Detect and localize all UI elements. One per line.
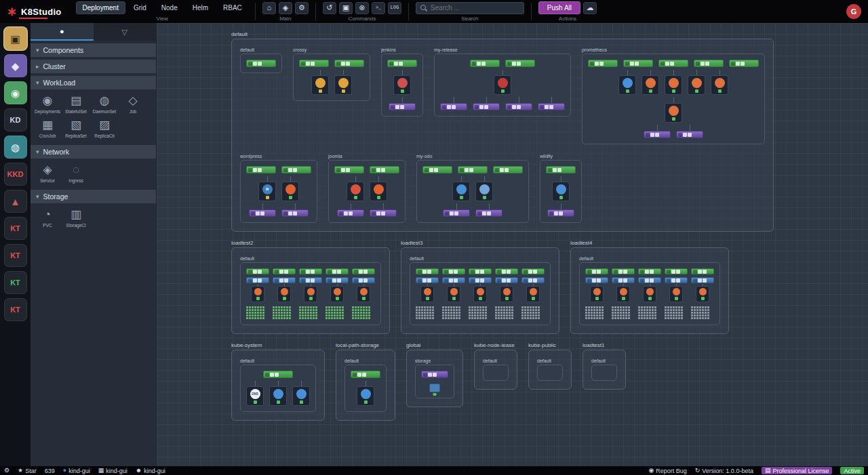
deployment-node[interactable] xyxy=(422,166,452,173)
replicaset-node[interactable] xyxy=(495,277,518,283)
cluster-kt-4[interactable]: KT xyxy=(4,298,27,321)
pod-node[interactable] xyxy=(452,182,470,201)
cluster-kt-1[interactable]: KT xyxy=(4,217,27,240)
namespace-box[interactable]: default xyxy=(336,350,395,421)
tab-helm[interactable]: Helm xyxy=(186,2,214,14)
app-box[interactable] xyxy=(381,54,423,117)
undo-icon[interactable]: ↺ xyxy=(323,2,336,14)
service-node[interactable] xyxy=(281,209,309,217)
cluster-purple[interactable]: ◆ xyxy=(4,54,27,77)
pod-node[interactable] xyxy=(688,75,705,95)
deployment-node[interactable] xyxy=(638,268,661,274)
pod-node[interactable] xyxy=(711,75,728,95)
pod-node[interactable] xyxy=(311,75,329,95)
pod-node[interactable] xyxy=(420,286,434,302)
app-box[interactable] xyxy=(410,262,551,325)
component-pvc[interactable]: ◔PVC xyxy=(33,207,62,228)
app-box[interactable] xyxy=(434,54,571,117)
service-node[interactable] xyxy=(505,103,532,110)
pod-node[interactable] xyxy=(281,182,299,201)
deployment-node[interactable] xyxy=(416,268,439,274)
storageclass-tile[interactable] xyxy=(429,384,440,392)
namespace-box[interactable]: defaultDNS xyxy=(231,350,325,421)
app-box[interactable] xyxy=(537,365,563,381)
replicaset-node[interactable] xyxy=(246,277,269,283)
deployment-node[interactable] xyxy=(691,268,714,274)
home-icon[interactable]: ⌂ xyxy=(262,2,276,14)
section-header-cluster[interactable]: ▸Cluster xyxy=(31,60,156,73)
service-node[interactable] xyxy=(440,103,467,110)
deployment-node[interactable] xyxy=(521,268,545,274)
deployment-node[interactable] xyxy=(612,268,635,274)
pod-node[interactable] xyxy=(334,75,352,95)
deployment-node[interactable] xyxy=(588,60,618,67)
pod-node[interactable]: W xyxy=(258,182,276,201)
replicaset-node[interactable] xyxy=(612,277,635,283)
tab-grid[interactable]: Grid xyxy=(127,2,153,14)
replicaset-node[interactable] xyxy=(521,277,545,283)
namespace-box[interactable]: default xyxy=(583,350,626,390)
pod-node[interactable] xyxy=(500,286,513,302)
deployment-node[interactable] xyxy=(351,371,380,378)
search-input[interactable] xyxy=(431,4,519,12)
stop-icon[interactable]: ⊗ xyxy=(355,2,369,14)
cluster-kd[interactable]: KD xyxy=(4,108,27,131)
app-box[interactable] xyxy=(591,365,617,381)
service-node[interactable] xyxy=(547,209,574,217)
app-box[interactable] xyxy=(415,365,454,398)
app-box[interactable]: W xyxy=(240,160,317,223)
cluster-rocket[interactable]: ▲ xyxy=(4,190,27,213)
pod-node[interactable] xyxy=(330,286,344,302)
pod-node[interactable] xyxy=(616,286,630,302)
replicaset-node[interactable] xyxy=(691,277,714,283)
deployment-node[interactable] xyxy=(334,166,364,173)
service-node[interactable] xyxy=(538,103,565,110)
namespace-box[interactable]: default xyxy=(401,247,559,334)
deployment-node[interactable] xyxy=(585,268,608,274)
pod-node[interactable] xyxy=(642,75,659,95)
pod-node[interactable] xyxy=(494,75,511,95)
tab-deployment[interactable]: Deployment xyxy=(77,2,125,14)
tab-filter[interactable]: ▽ xyxy=(94,23,157,41)
pod-node[interactable] xyxy=(665,75,682,95)
pod-node[interactable] xyxy=(475,182,493,201)
push-all-button[interactable]: Push All xyxy=(538,1,580,14)
pod-node[interactable] xyxy=(347,182,364,201)
replicaset-node[interactable] xyxy=(299,277,322,283)
pod-node[interactable] xyxy=(526,286,540,302)
cluster-kt-2[interactable]: KT xyxy=(4,244,27,267)
component-ingress[interactable]: ◌Ingress xyxy=(62,163,90,183)
deployment-node[interactable] xyxy=(387,60,417,67)
settings-gear-icon[interactable]: ⚙ xyxy=(295,2,309,14)
user-avatar[interactable]: G xyxy=(846,4,861,19)
deployment-node[interactable] xyxy=(281,166,311,173)
pod-node[interactable] xyxy=(618,75,636,95)
replicaset-node[interactable] xyxy=(469,277,492,283)
terminal-icon[interactable]: >_ xyxy=(372,2,385,14)
studio-ship-icon[interactable]: ◈ xyxy=(279,2,292,14)
replicaset-node[interactable] xyxy=(585,277,608,283)
app-box[interactable] xyxy=(344,365,387,412)
service-node[interactable] xyxy=(337,209,364,217)
pod-node[interactable] xyxy=(304,286,317,302)
save-icon[interactable]: ▣ xyxy=(339,2,353,14)
pod-node[interactable] xyxy=(552,182,570,201)
app-box[interactable] xyxy=(293,54,370,101)
deployment-node[interactable] xyxy=(246,166,276,173)
app-box[interactable] xyxy=(483,365,509,381)
deployment-node[interactable] xyxy=(729,60,759,67)
section-header-network[interactable]: ▾Network xyxy=(31,145,156,159)
service-node[interactable] xyxy=(249,209,276,217)
service-node[interactable] xyxy=(676,131,703,138)
log-icon[interactable]: LOG xyxy=(388,2,401,14)
replicaset-node[interactable] xyxy=(352,277,375,283)
component-storagecl[interactable]: ▥StorageCl xyxy=(62,207,90,228)
deployment-node[interactable] xyxy=(299,268,322,274)
service-node[interactable] xyxy=(421,371,448,378)
namespace-box[interactable]: default xyxy=(570,247,729,334)
replicaset-node[interactable] xyxy=(442,277,465,283)
deployment-node[interactable] xyxy=(505,60,535,67)
github-star[interactable]: ★Star xyxy=(18,466,37,475)
pod-node[interactable] xyxy=(665,103,682,123)
app-box[interactable]: DNS xyxy=(240,365,316,412)
